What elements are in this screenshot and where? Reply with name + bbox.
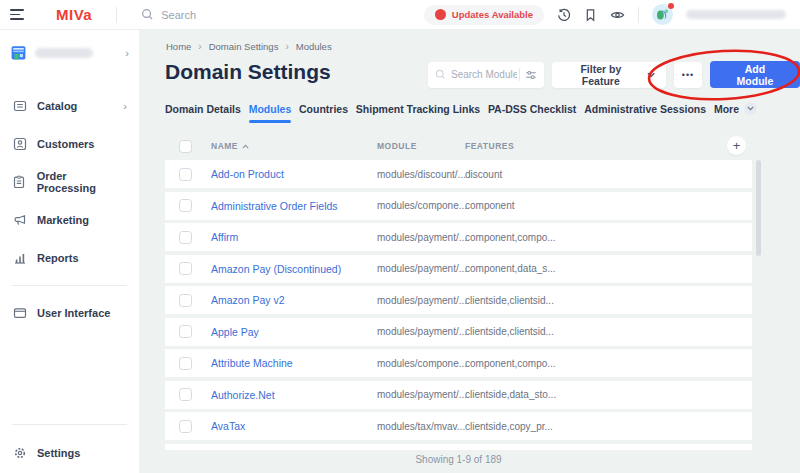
main-content: Home › Domain Settings › Modules Domain …: [140, 30, 800, 473]
search-icon: [141, 8, 154, 21]
breadcrumb-domain-settings[interactable]: Domain Settings: [209, 41, 279, 52]
breadcrumb-home[interactable]: Home: [166, 41, 191, 52]
table-row: Apple Pay modules/payment/... clientside…: [165, 318, 752, 346]
divider: [116, 7, 117, 23]
sidebar-item-order-processing[interactable]: Order Processing: [0, 163, 139, 201]
sidebar-item-label: Settings: [37, 447, 80, 459]
module-path: modules/payment/...: [377, 295, 467, 306]
sidebar-item-reports[interactable]: Reports: [0, 239, 139, 277]
divider: [12, 285, 127, 286]
module-path: modules/payment/...: [377, 263, 467, 274]
global-search[interactable]: [141, 8, 361, 21]
sidebar-item-marketing[interactable]: Marketing: [0, 201, 139, 239]
user-name-blurred: [686, 10, 786, 19]
filter-by-feature-label: Filter by Feature: [563, 63, 639, 87]
eye-icon[interactable]: [610, 8, 625, 22]
module-name-link[interactable]: Apple Pay: [211, 326, 259, 338]
add-module-button[interactable]: Add Module: [710, 61, 800, 88]
module-features: component,compo...: [465, 232, 556, 243]
sidebar-item-label: Order Processing: [37, 170, 127, 194]
module-features: discount: [465, 169, 502, 180]
module-path: modules/payment/...: [377, 389, 467, 400]
user-avatar[interactable]: [652, 4, 673, 25]
module-features: clientside,clientsid...: [465, 326, 554, 337]
sidebar-item-label: Catalog: [37, 100, 77, 112]
module-name-link[interactable]: Authorize.Net: [211, 389, 275, 401]
module-name-link[interactable]: Amazon Pay (Discontinued): [211, 263, 341, 275]
table-row: Authorize.Net modules/payment/... client…: [165, 381, 752, 409]
module-path: modules/discount/...: [377, 169, 466, 180]
modules-table: Add-on Product modules/discount/... disc…: [165, 160, 752, 444]
catalog-icon: [12, 99, 27, 113]
sidebar-item-label: Marketing: [37, 214, 89, 226]
updates-available-button[interactable]: ↻ Updates Available: [424, 5, 544, 25]
row-checkbox[interactable]: [179, 168, 192, 181]
module-features: clientside,clientsid...: [465, 295, 554, 306]
row-checkbox[interactable]: [179, 388, 192, 401]
menu-toggle-icon[interactable]: [10, 8, 28, 22]
sidebar-item-customers[interactable]: Customers: [0, 125, 139, 163]
filter-by-feature-button[interactable]: Filter by Feature: [552, 62, 666, 88]
store-icon: [10, 44, 27, 61]
module-features: component: [465, 200, 514, 211]
row-checkbox[interactable]: [179, 357, 192, 370]
table-row: Administrative Order Fields modules/comp…: [165, 192, 752, 220]
tab-shipment-tracking-links[interactable]: Shipment Tracking Links: [356, 103, 480, 123]
module-features: clientside,data_sto...: [465, 389, 556, 400]
tab-pa-dss-checklist[interactable]: PA-DSS Checklist: [488, 103, 577, 123]
sidebar-item-user-interface[interactable]: User Interface: [0, 294, 139, 332]
miva-logo[interactable]: MIVa: [56, 6, 92, 23]
column-header-name[interactable]: NAME: [211, 141, 249, 151]
tab-countries[interactable]: Countries: [299, 103, 348, 123]
user-interface-icon: [12, 306, 27, 320]
gear-icon: [12, 446, 27, 460]
row-checkbox[interactable]: [179, 199, 192, 212]
global-search-input[interactable]: [161, 9, 361, 21]
sidebar-item-label: Reports: [37, 252, 79, 264]
toolbar: Filter by Feature ••• Add Module: [428, 61, 800, 88]
row-checkbox[interactable]: [179, 262, 192, 275]
more-actions-button[interactable]: •••: [674, 62, 702, 88]
module-features: component,compo...: [465, 358, 556, 369]
search-modules-box[interactable]: [428, 62, 544, 88]
reports-icon: [12, 251, 27, 265]
select-all-checkbox[interactable]: [179, 140, 192, 153]
module-name-link[interactable]: Attribute Machine: [211, 357, 293, 369]
breadcrumb-modules: Modules: [296, 41, 332, 52]
row-checkbox[interactable]: [179, 294, 192, 307]
tab-more-label: More: [714, 103, 739, 115]
tab-more[interactable]: More: [714, 102, 757, 123]
tab-administrative-sessions[interactable]: Administrative Sessions: [584, 103, 706, 123]
column-header-features[interactable]: FEATURES: [465, 141, 514, 151]
row-checkbox[interactable]: [179, 231, 192, 244]
add-column-button[interactable]: +: [727, 136, 746, 155]
tab-modules[interactable]: Modules: [249, 103, 292, 123]
history-icon[interactable]: [557, 8, 571, 22]
module-name-link[interactable]: Amazon Pay v2: [211, 294, 285, 306]
column-header-module[interactable]: MODULE: [377, 141, 417, 151]
table-scrollbar[interactable]: [756, 160, 761, 256]
module-name-link[interactable]: AvaTax: [211, 420, 245, 432]
order-processing-icon: [12, 175, 27, 189]
chevron-down-icon: [744, 102, 757, 115]
tab-domain-details[interactable]: Domain Details: [165, 103, 241, 123]
chevron-right-icon: ›: [123, 100, 127, 112]
top-bar: MIVa ↻ Updates Available: [0, 0, 800, 30]
row-checkbox[interactable]: [179, 420, 192, 433]
module-features: clientside,copy_pr...: [465, 421, 553, 432]
module-name-link[interactable]: Add-on Product: [211, 168, 284, 180]
store-selector[interactable]: ›: [0, 30, 139, 61]
bookmark-icon[interactable]: [584, 8, 597, 22]
sidebar-item-catalog[interactable]: Catalog ›: [0, 87, 139, 125]
module-name-link[interactable]: Administrative Order Fields: [211, 200, 338, 212]
store-name-blurred: [35, 48, 93, 58]
filter-sliders-icon[interactable]: [525, 69, 537, 81]
row-checkbox[interactable]: [179, 325, 192, 338]
page-title: Domain Settings: [165, 60, 331, 84]
sidebar-item-settings[interactable]: Settings: [0, 433, 139, 473]
module-name-link[interactable]: Affirm: [211, 231, 238, 243]
search-modules-input[interactable]: [451, 69, 517, 80]
updates-available-label: Updates Available: [452, 9, 533, 20]
breadcrumb: Home › Domain Settings › Modules: [166, 41, 332, 52]
table-row: Amazon Pay (Discontinued) modules/paymen…: [165, 255, 752, 283]
